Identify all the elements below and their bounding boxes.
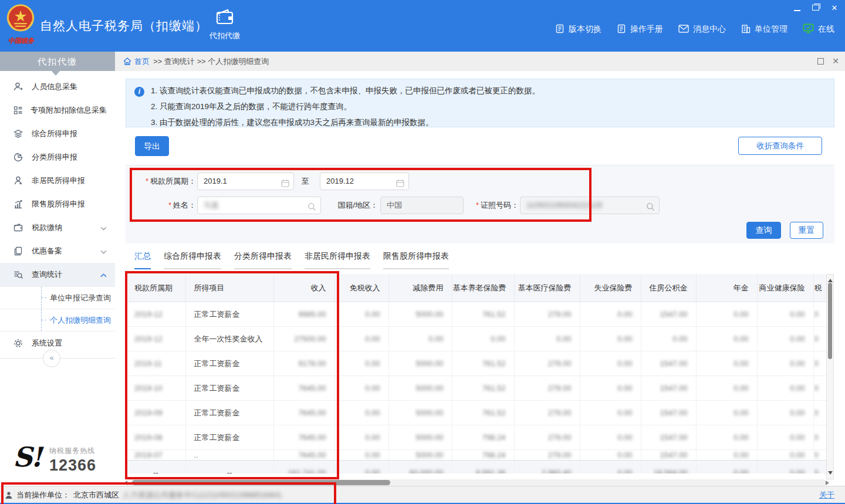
header-menu-item-4[interactable]: 单位管理 (741, 24, 787, 35)
reset-button[interactable]: 重置 (790, 222, 823, 239)
column-header-1: 税款所属期 (126, 274, 185, 302)
header-menu-item-5[interactable]: 在线 (803, 23, 834, 35)
restore-button[interactable] (811, 4, 820, 12)
cell: 0.00 (334, 376, 388, 401)
tab-maximize-icon[interactable] (817, 58, 824, 65)
period-from-value: 2019.1 (204, 177, 227, 185)
period-to-input[interactable]: 2019.12 (320, 172, 409, 190)
header-menu-item-2[interactable]: 操作手册 (617, 24, 663, 35)
range-to-label: 至 (299, 172, 311, 190)
collapse-query-button[interactable]: 收折查询条件 (738, 137, 822, 155)
header-menu-item-1[interactable]: 版本切换 (555, 24, 601, 35)
table-row-3[interactable]: 2019-11正常工资薪金9178.000.005000.00761.52279… (126, 351, 826, 376)
breadcrumb-bar: 首页 >> 查询统计 >> 个人扣缴明细查询 ✕ (115, 52, 845, 72)
cell: 0.00 (514, 327, 580, 351)
sidebar-item-9[interactable]: 查询统计 (0, 263, 115, 286)
cell: 0 (813, 351, 826, 376)
cell: 0 (813, 401, 826, 425)
layers-icon (13, 128, 25, 139)
cell: 0.00 (696, 351, 757, 376)
tab-4[interactable]: 非居民所得申报表 (305, 251, 370, 269)
nationality-label: 国籍/地区： (327, 197, 378, 214)
period-to-value: 2019.12 (326, 177, 354, 185)
sidebar-item-5[interactable]: 非居民所得申报 (0, 169, 115, 192)
tab-1[interactable]: 汇总 (134, 251, 151, 269)
scroll-right-icon[interactable] (826, 481, 832, 485)
sidebar-item-7[interactable]: 税款缴纳 (0, 216, 115, 239)
sidebar-item-8[interactable]: 优惠备案 (0, 239, 115, 263)
tab-5[interactable]: 限售股所得申报表 (383, 251, 449, 269)
sidebar-subitem-1[interactable]: 单位申报记录查询 (0, 287, 115, 309)
tab-close-icon[interactable]: ✕ (832, 56, 839, 66)
table-summary-row[interactable]: ----161,741.000.0060,000.008,991.362,960… (126, 461, 826, 474)
mail-icon (678, 25, 689, 35)
cell: 279.00 (514, 351, 580, 376)
tab-3[interactable]: 分类所得申报表 (234, 251, 292, 269)
cell: 0.00 (696, 401, 757, 425)
cell: 0.00 (334, 401, 388, 425)
cell: 1547.00 (641, 401, 696, 425)
horizontal-scrollbar[interactable] (126, 479, 826, 486)
column-header-12: 税 (813, 274, 826, 302)
table-row-partial[interactable]: 2019-07..7645.000.005000.00798.24279.000… (126, 450, 826, 461)
name-input[interactable]: 马某 (197, 197, 321, 214)
column-header-7: 基本医疗保险费 (514, 274, 580, 302)
notice-line-2: 2. 只能查询2019年及之后的数据，不能进行跨年度查询。 (151, 99, 540, 114)
scroll-left-icon[interactable] (121, 481, 127, 485)
app-title: 自然人电子税务局（扣缴端） (40, 18, 208, 34)
cell: 798.24 (452, 450, 514, 461)
sidebar-item-3[interactable]: 综合所得申报 (0, 122, 115, 146)
breadcrumb-home[interactable]: 首页 (123, 56, 150, 67)
sidebar-subitem-2[interactable]: 个人扣缴明细查询 (0, 309, 115, 331)
header-menu-item-3[interactable]: 消息中心 (678, 24, 726, 35)
sidebar-collapse-button[interactable]: « (43, 350, 60, 367)
close-button[interactable]: ✕ (830, 4, 839, 12)
sidebar-item-label: 优惠备案 (32, 246, 100, 256)
query-button[interactable]: 查询 (746, 222, 781, 239)
nationality-value: 中国 (387, 201, 402, 209)
tab-2[interactable]: 综合所得申报表 (164, 251, 221, 269)
export-button[interactable]: 导出 (135, 136, 169, 156)
emblem-icon (5, 4, 36, 35)
cell: 0 (813, 450, 826, 461)
table-row-6[interactable]: 2019-08正常工资薪金7645.000.005000.00798.24279… (126, 425, 826, 450)
scroll-up-icon[interactable] (828, 276, 833, 282)
vertical-scroll-thumb[interactable] (828, 283, 832, 359)
cell: 279.00 (514, 450, 580, 461)
module-tab-daikoudaijiao[interactable]: 代扣代缴 (198, 8, 251, 47)
column-header-3: 收入 (273, 274, 334, 302)
sidebar-item-1[interactable]: 人员信息采集 (0, 75, 115, 99)
horizontal-scroll-thumb[interactable] (132, 480, 390, 485)
logo-caption: 中国税务 (8, 36, 43, 45)
table-row-5[interactable]: 2019-09正常工资薪金7645.000.005000.00761.52279… (126, 401, 826, 425)
cell: 0.00 (334, 351, 388, 376)
column-header-8: 失业保险费 (580, 274, 641, 302)
cell: 0.00 (757, 302, 813, 327)
module-tab-label: 代扣代缴 (198, 31, 251, 41)
cell: 0.00 (696, 302, 757, 327)
sidebar-item-4[interactable]: 分类所得申报 (0, 146, 115, 169)
search-icon[interactable] (646, 201, 655, 217)
result-table-wrap: 税款所属期所得项目收入免税收入减除费用基本养老保险费基本医疗保险费失业保险费住房… (126, 274, 826, 473)
cert-input[interactable]: 110502199304222129 (520, 197, 660, 214)
cell: 0.00 (696, 461, 757, 474)
period-from-input[interactable]: 2019.1 (197, 172, 294, 190)
wallet-icon (13, 222, 25, 233)
table-row-4[interactable]: 2019-10正常工资薪金7645.000.005000.00761.52279… (126, 376, 826, 401)
vertical-scrollbar[interactable] (826, 274, 834, 479)
cell: 正常工资薪金 (185, 351, 273, 376)
sidebar-item-label: 税款缴纳 (32, 222, 100, 233)
notice-line-3: 3. 由于数据处理的滞后性，建议您在申报成功3天之后再来查询最新的申报数据。 (151, 114, 540, 130)
sidebar-item-2[interactable]: 专项附加扣除信息采集 (0, 99, 115, 122)
table-row-2[interactable]: 2019-12全年一次性奖金收入27500.000.000.000.000.00… (126, 327, 826, 351)
cell: -- (126, 461, 185, 474)
search-icon[interactable] (307, 201, 316, 217)
table-row-1[interactable]: 2019-12正常工资薪金9985.000.005000.00761.52279… (126, 302, 826, 327)
cell: 1547.00 (641, 302, 696, 327)
cell: 0.00 (696, 327, 757, 351)
about-link[interactable]: 关于 (819, 490, 834, 500)
minimize-button[interactable] (792, 4, 802, 12)
sidebar-item-6[interactable]: 限售股所得申报 (0, 192, 115, 216)
scroll-down-icon[interactable] (828, 471, 833, 477)
cell: 全年一次性奖金收入 (185, 327, 273, 351)
